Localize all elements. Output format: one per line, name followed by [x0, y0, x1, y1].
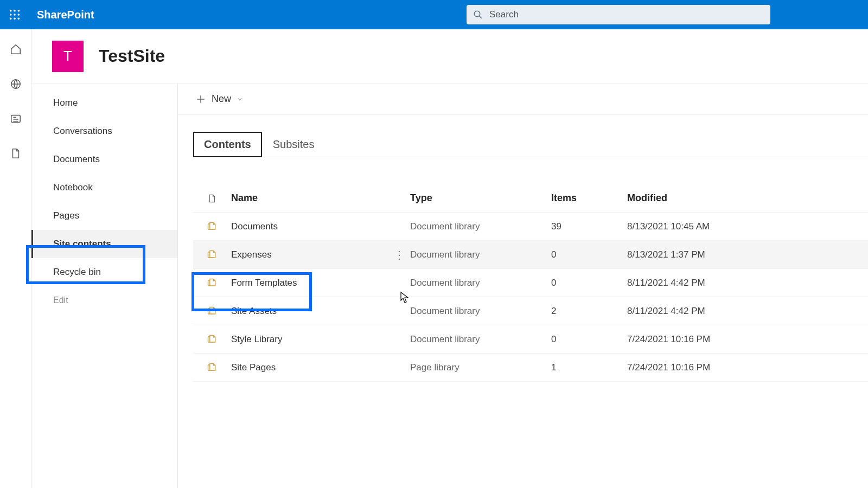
new-button[interactable]: New	[193, 90, 245, 108]
row-name[interactable]: Form Templates	[231, 278, 388, 288]
svg-point-1	[14, 10, 16, 12]
row-name[interactable]: Style Library	[231, 334, 388, 345]
column-header-modified[interactable]: Modified	[627, 192, 768, 204]
row-items: 39	[551, 221, 627, 232]
list-header: Name Type Items Modified	[193, 184, 868, 213]
sitenav-item-conversations[interactable]: Conversations	[31, 117, 177, 145]
contents-list: Name Type Items Modified DocumentsDocume…	[193, 184, 868, 382]
home-icon	[10, 43, 22, 55]
row-modified: 8/11/2021 4:42 PM	[627, 306, 768, 317]
library-icon	[193, 249, 231, 260]
svg-point-3	[10, 14, 12, 16]
row-name[interactable]: Documents	[231, 221, 388, 232]
site-nav: Home Conversations Documents Notebook Pa…	[31, 84, 178, 488]
svg-point-4	[14, 14, 16, 16]
row-name[interactable]: Site Pages	[231, 362, 388, 373]
row-items: 0	[551, 249, 627, 260]
sitenav-edit-link[interactable]: Edit	[31, 286, 177, 314]
row-items: 1	[551, 362, 627, 373]
site-logo[interactable]: T	[52, 41, 84, 72]
row-modified: 7/24/2021 10:16 PM	[627, 362, 768, 373]
rail-news-button[interactable]	[7, 110, 25, 128]
list-row[interactable]: Site PagesPage library17/24/2021 10:16 P…	[193, 354, 868, 382]
search-box[interactable]	[467, 5, 770, 24]
sitenav-item-notebook[interactable]: Notebook	[31, 174, 177, 202]
plus-icon	[195, 94, 206, 105]
app-launcher-button[interactable]	[0, 0, 29, 29]
column-header-icon[interactable]	[193, 194, 231, 203]
content-pane: New Contents Subsites Name Ty	[178, 84, 868, 488]
row-name[interactable]: Expenses	[231, 249, 388, 260]
svg-point-7	[14, 18, 16, 20]
library-icon	[193, 221, 231, 232]
row-type: Document library	[410, 306, 551, 317]
search-icon	[473, 10, 483, 20]
svg-point-9	[474, 11, 480, 17]
command-bar: New	[178, 84, 868, 115]
globe-icon	[10, 78, 22, 90]
doc-type-icon	[207, 194, 217, 203]
rail-files-button[interactable]	[7, 144, 25, 163]
row-more-button[interactable]: ⋮	[388, 248, 410, 261]
list-row[interactable]: Site AssetsDocument library28/11/2021 4:…	[193, 297, 868, 325]
sitenav-item-recycle-bin[interactable]: Recycle bin	[31, 258, 177, 286]
column-header-items[interactable]: Items	[551, 192, 627, 204]
svg-point-8	[18, 18, 20, 20]
list-row[interactable]: Style LibraryDocument library07/24/2021 …	[193, 325, 868, 354]
row-type: Document library	[410, 249, 551, 260]
rail-global-button[interactable]	[7, 75, 25, 93]
sitenav-item-site-contents[interactable]: Site contents	[31, 230, 177, 258]
sitenav-item-pages[interactable]: Pages	[31, 202, 177, 230]
row-type: Document library	[410, 334, 551, 345]
row-items: 0	[551, 334, 627, 345]
list-row[interactable]: Form TemplatesDocument library08/11/2021…	[193, 269, 868, 297]
library-icon	[193, 278, 231, 288]
row-items: 2	[551, 306, 627, 317]
site-title[interactable]: TestSite	[99, 46, 165, 66]
search-input[interactable]	[489, 5, 770, 24]
column-header-type[interactable]: Type	[410, 192, 551, 204]
new-button-label: New	[212, 93, 231, 105]
app-rail	[0, 29, 31, 488]
svg-point-6	[10, 18, 12, 20]
suite-bar: SharePoint	[0, 0, 868, 29]
svg-point-5	[18, 14, 20, 16]
news-icon	[10, 113, 22, 125]
library-icon	[193, 334, 231, 345]
tab-subsites[interactable]: Subsites	[262, 132, 326, 157]
row-name[interactable]: Site Assets	[231, 306, 388, 317]
row-items: 0	[551, 278, 627, 288]
list-row[interactable]: DocumentsDocument library398/13/2021 10:…	[193, 213, 868, 241]
row-type: Document library	[410, 221, 551, 232]
row-type: Page library	[410, 362, 551, 373]
waffle-icon	[9, 9, 21, 21]
row-type: Document library	[410, 278, 551, 288]
library-icon	[193, 362, 231, 373]
site-header: T TestSite	[31, 29, 868, 84]
svg-line-10	[479, 16, 482, 18]
row-modified: 8/13/2021 10:45 AM	[627, 221, 768, 232]
rail-home-button[interactable]	[7, 40, 25, 59]
library-icon	[193, 306, 231, 317]
svg-point-0	[10, 10, 12, 12]
list-row[interactable]: Expenses⋮Document library08/13/2021 1:37…	[193, 241, 868, 269]
row-modified: 8/11/2021 4:42 PM	[627, 278, 768, 288]
sitenav-item-home[interactable]: Home	[31, 89, 177, 117]
row-modified: 7/24/2021 10:16 PM	[627, 334, 768, 345]
tab-contents[interactable]: Contents	[193, 132, 262, 157]
svg-point-2	[18, 10, 20, 12]
column-header-name[interactable]: Name	[231, 192, 388, 204]
tabs: Contents Subsites	[193, 131, 868, 157]
chevron-down-icon	[237, 96, 243, 102]
sitenav-item-documents[interactable]: Documents	[31, 145, 177, 174]
file-icon	[10, 147, 22, 159]
product-brand[interactable]: SharePoint	[37, 9, 94, 21]
row-modified: 8/13/2021 1:37 PM	[627, 249, 768, 260]
